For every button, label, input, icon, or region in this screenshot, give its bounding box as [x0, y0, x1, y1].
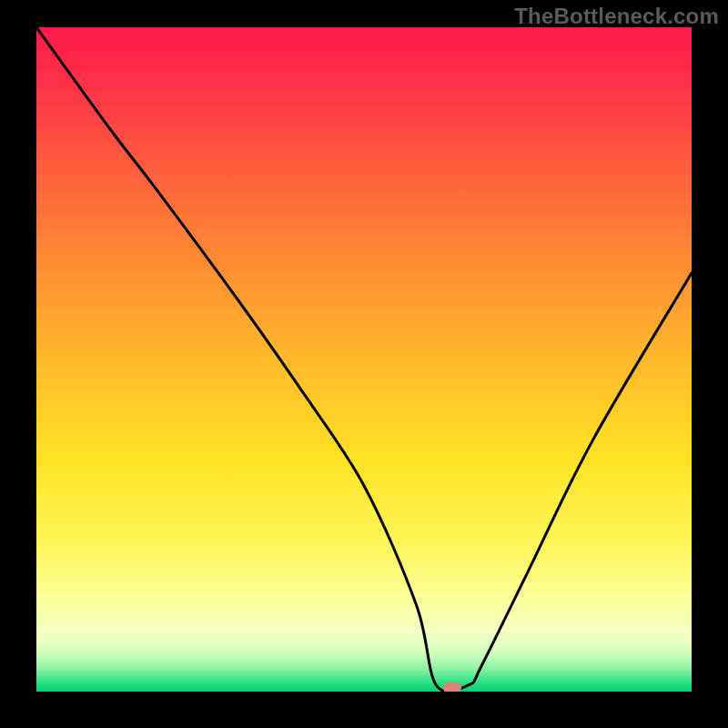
chart-svg	[36, 27, 692, 692]
gradient-background	[36, 27, 692, 692]
watermark-text: TheBottleneck.com	[514, 4, 719, 29]
plot-area	[36, 27, 692, 692]
optimal-point-marker	[443, 682, 461, 692]
chart-frame: TheBottleneck.com	[0, 0, 728, 728]
